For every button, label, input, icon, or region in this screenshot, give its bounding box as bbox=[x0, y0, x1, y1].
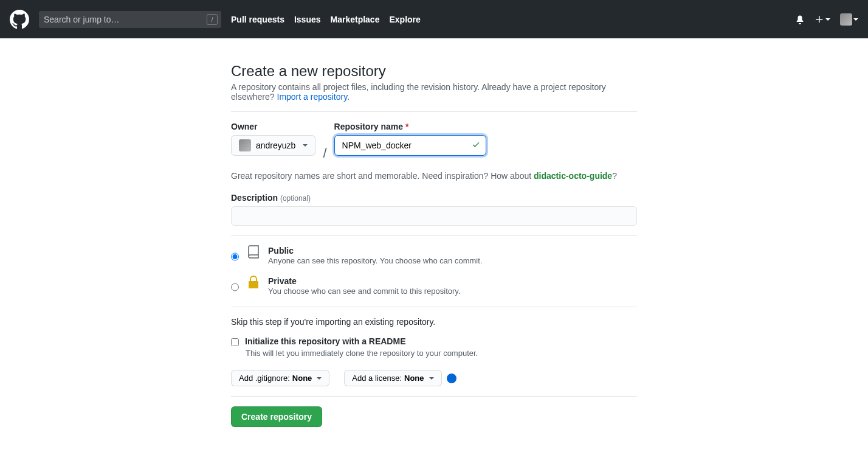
visibility-private-radio[interactable] bbox=[231, 279, 239, 296]
gitignore-select-button[interactable]: Add .gitignore: None bbox=[231, 370, 329, 386]
description-input[interactable] bbox=[231, 206, 637, 226]
search-container: / bbox=[39, 11, 221, 28]
visibility-private-row: Private You choose who can see and commi… bbox=[231, 276, 637, 296]
global-header: / Pull requests Issues Marketplace Explo… bbox=[0, 0, 868, 38]
chevron-down-icon bbox=[429, 377, 434, 380]
lock-icon bbox=[246, 275, 261, 290]
private-label: Private bbox=[268, 276, 461, 286]
select-row: Add .gitignore: None Add a license: None bbox=[231, 370, 637, 386]
create-repository-button[interactable]: Create repository bbox=[231, 406, 322, 427]
divider bbox=[231, 307, 637, 307]
divider bbox=[231, 396, 637, 397]
user-menu-dropdown[interactable] bbox=[840, 13, 858, 26]
repo-name-input[interactable] bbox=[334, 135, 486, 156]
owner-select-button[interactable]: andreyuzb bbox=[231, 135, 315, 156]
owner-label: Owner bbox=[231, 122, 315, 131]
repo-name-label: Repository name * bbox=[334, 122, 486, 131]
license-value: None bbox=[404, 374, 424, 383]
header-right bbox=[795, 13, 858, 26]
chevron-down-icon bbox=[825, 18, 830, 21]
license-prefix: Add a license: bbox=[352, 374, 402, 383]
github-logo-icon[interactable] bbox=[10, 10, 29, 29]
chevron-down-icon bbox=[853, 18, 858, 21]
readme-checkbox[interactable] bbox=[231, 338, 239, 346]
divider bbox=[231, 111, 637, 112]
gitignore-value: None bbox=[292, 374, 312, 383]
public-text: Public Anyone can see this repository. Y… bbox=[268, 246, 482, 265]
search-input[interactable] bbox=[39, 11, 221, 28]
bell-icon bbox=[795, 15, 805, 24]
owner-avatar bbox=[239, 139, 251, 151]
owner-repo-row: Owner andreyuzb / Repository name * bbox=[231, 122, 637, 165]
visibility-public-row: Public Anyone can see this repository. Y… bbox=[231, 246, 637, 265]
nav-issues[interactable]: Issues bbox=[294, 15, 321, 24]
skip-note: Skip this step if you're importing an ex… bbox=[231, 317, 637, 327]
chevron-down-icon bbox=[317, 377, 322, 380]
import-repository-link[interactable]: Import a repository bbox=[277, 92, 348, 102]
avatar bbox=[840, 13, 852, 26]
private-text: Private You choose who can see and commi… bbox=[268, 276, 461, 296]
hint-text: Great repository names are short and mem… bbox=[231, 171, 534, 181]
repo-icon bbox=[246, 245, 261, 259]
divider bbox=[231, 235, 637, 236]
optional-hint: (optional) bbox=[280, 194, 311, 203]
nav-explore[interactable]: Explore bbox=[389, 15, 420, 24]
name-hint: Great repository names are short and mem… bbox=[231, 171, 637, 181]
search-slash-hint: / bbox=[207, 14, 218, 25]
description-group: Description (optional) bbox=[231, 193, 637, 226]
name-suggestion[interactable]: didactic-octo-guide bbox=[534, 171, 612, 181]
notifications-button[interactable] bbox=[795, 15, 805, 24]
main-content: Create a new repository A repository con… bbox=[221, 63, 647, 427]
nav-marketplace[interactable]: Marketplace bbox=[331, 15, 380, 24]
public-label: Public bbox=[268, 246, 482, 256]
primary-nav: Pull requests Issues Marketplace Explore bbox=[231, 15, 421, 24]
visibility-public-radio[interactable] bbox=[231, 248, 239, 265]
create-new-dropdown[interactable] bbox=[815, 15, 830, 24]
description-label: Description (optional) bbox=[231, 193, 637, 203]
checkmark-icon bbox=[472, 141, 480, 151]
private-desc: You choose who can see and commit to thi… bbox=[268, 287, 461, 296]
readme-row: Initialize this repository with a README bbox=[231, 336, 637, 346]
readme-label: Initialize this repository with a README bbox=[245, 336, 405, 346]
nav-pull-requests[interactable]: Pull requests bbox=[231, 15, 284, 24]
hint-qmark: ? bbox=[612, 171, 617, 181]
info-icon[interactable] bbox=[447, 374, 456, 383]
slash-separator: / bbox=[320, 145, 329, 165]
readme-desc: This will let you immediately clone the … bbox=[246, 349, 637, 358]
repo-input-wrap bbox=[334, 135, 486, 156]
page-subtitle: A repository contains all project files,… bbox=[231, 82, 637, 102]
repo-name-group: Repository name * bbox=[334, 122, 486, 156]
owner-group: Owner andreyuzb bbox=[231, 122, 315, 156]
plus-icon bbox=[815, 15, 824, 24]
subtitle-period: . bbox=[347, 92, 350, 102]
public-desc: Anyone can see this repository. You choo… bbox=[268, 256, 482, 265]
chevron-down-icon bbox=[303, 144, 308, 147]
page-title: Create a new repository bbox=[231, 63, 637, 80]
owner-name: andreyuzb bbox=[256, 141, 295, 150]
license-select-button[interactable]: Add a license: None bbox=[344, 370, 441, 386]
gitignore-prefix: Add .gitignore: bbox=[239, 374, 290, 383]
